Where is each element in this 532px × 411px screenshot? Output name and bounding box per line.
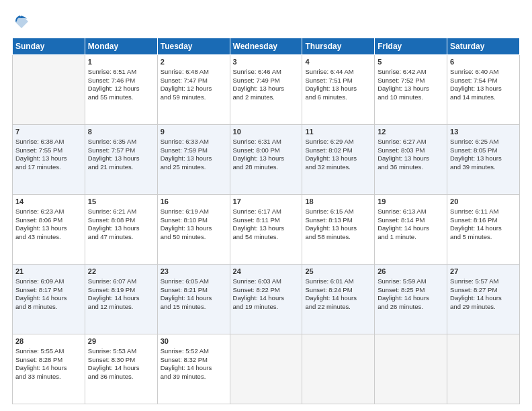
- day-number: 24: [233, 267, 300, 277]
- day-info-line: Sunset: 7:54 PM: [450, 77, 517, 85]
- day-number: 20: [450, 197, 517, 207]
- day-info-line: Sunset: 7:49 PM: [233, 77, 300, 85]
- calendar-header-sunday: Sunday: [13, 38, 85, 55]
- day-info-line: Sunrise: 6:21 AM: [88, 208, 154, 216]
- day-number: 1: [88, 57, 154, 67]
- day-info-line: Sunset: 8:28 PM: [15, 356, 82, 365]
- day-info-line: Daylight: 13 hours: [233, 85, 300, 93]
- day-info-line: and 29 minutes.: [450, 303, 517, 312]
- day-info-line: and 21 minutes.: [88, 163, 154, 172]
- calendar-cell: 20Sunrise: 6:11 AMSunset: 8:16 PMDayligh…: [447, 195, 520, 265]
- day-info-line: Daylight: 13 hours: [15, 154, 82, 163]
- day-info-line: Daylight: 12 hours: [161, 85, 227, 93]
- day-info-line: Sunset: 8:30 PM: [88, 356, 154, 365]
- day-info-line: Sunset: 8:03 PM: [378, 146, 444, 155]
- calendar-header-wednesday: Wednesday: [230, 38, 302, 55]
- day-info-line: Sunset: 7:51 PM: [305, 77, 371, 85]
- calendar-header-thursday: Thursday: [302, 38, 375, 55]
- day-number: 6: [450, 57, 517, 67]
- day-info-line: Sunrise: 6:27 AM: [378, 138, 444, 146]
- day-info-line: Daylight: 14 hours: [450, 224, 517, 233]
- calendar-cell: 26Sunrise: 5:59 AMSunset: 8:25 PMDayligh…: [375, 265, 447, 334]
- day-info-line: Sunset: 7:55 PM: [15, 146, 82, 155]
- day-info-line: Sunset: 8:32 PM: [161, 356, 227, 365]
- calendar-header-monday: Monday: [85, 38, 157, 55]
- day-info-line: and 22 minutes.: [305, 303, 371, 312]
- day-info-line: Daylight: 13 hours: [233, 154, 300, 163]
- day-info-line: Daylight: 13 hours: [305, 85, 371, 93]
- calendar-cell: [375, 334, 447, 404]
- day-info-line: Sunrise: 6:25 AM: [450, 138, 517, 146]
- day-info-line: and 54 minutes.: [233, 233, 300, 242]
- day-info-line: Daylight: 14 hours: [88, 294, 154, 303]
- calendar-cell: [230, 334, 302, 404]
- day-info-line: and 55 minutes.: [88, 93, 154, 102]
- day-info-line: Daylight: 13 hours: [450, 154, 517, 163]
- calendar-cell: 7Sunrise: 6:38 AMSunset: 7:55 PMDaylight…: [13, 125, 85, 195]
- day-info-line: Daylight: 14 hours: [450, 294, 517, 303]
- day-info-line: Sunset: 7:57 PM: [88, 146, 154, 155]
- day-info-line: Daylight: 13 hours: [161, 224, 227, 233]
- day-info-line: Sunrise: 5:59 AM: [378, 277, 444, 286]
- day-info-line: Sunrise: 6:48 AM: [161, 68, 227, 77]
- day-number: 5: [378, 57, 444, 67]
- calendar-cell: 5Sunrise: 6:42 AMSunset: 7:52 PMDaylight…: [375, 55, 447, 125]
- day-info-line: and 8 minutes.: [15, 303, 82, 312]
- day-info-line: Daylight: 14 hours: [233, 294, 300, 303]
- day-info-line: and 39 minutes.: [450, 163, 517, 172]
- day-number: 17: [233, 197, 300, 207]
- calendar-cell: 1Sunrise: 6:51 AMSunset: 7:46 PMDaylight…: [85, 55, 157, 125]
- day-info-line: Daylight: 14 hours: [88, 364, 154, 373]
- calendar-cell: 19Sunrise: 6:13 AMSunset: 8:14 PMDayligh…: [375, 195, 447, 265]
- day-info-line: and 14 minutes.: [450, 93, 517, 102]
- calendar-cell: 25Sunrise: 6:01 AMSunset: 8:24 PMDayligh…: [302, 265, 375, 334]
- calendar-cell: 30Sunrise: 5:52 AMSunset: 8:32 PMDayligh…: [157, 334, 230, 404]
- day-info-line: Sunset: 8:24 PM: [305, 286, 371, 295]
- calendar-cell: 18Sunrise: 6:15 AMSunset: 8:13 PMDayligh…: [302, 195, 375, 265]
- day-info-line: and 58 minutes.: [305, 233, 371, 242]
- day-info-line: Sunrise: 6:09 AM: [15, 277, 82, 286]
- day-info-line: Sunrise: 5:53 AM: [88, 347, 154, 356]
- day-info-line: Daylight: 13 hours: [450, 85, 517, 93]
- day-number: 28: [15, 336, 82, 347]
- day-info-line: Sunset: 8:06 PM: [15, 216, 82, 225]
- day-info-line: and 6 minutes.: [305, 93, 371, 102]
- calendar-cell: 3Sunrise: 6:46 AMSunset: 7:49 PMDaylight…: [230, 55, 302, 125]
- day-info-line: and 19 minutes.: [233, 303, 300, 312]
- calendar-cell: 4Sunrise: 6:44 AMSunset: 7:51 PMDaylight…: [302, 55, 375, 125]
- day-info-line: and 15 minutes.: [161, 303, 227, 312]
- calendar-cell: 28Sunrise: 5:55 AMSunset: 8:28 PMDayligh…: [13, 334, 85, 404]
- calendar-week-row: 28Sunrise: 5:55 AMSunset: 8:28 PMDayligh…: [13, 334, 520, 404]
- day-info-line: Sunset: 7:47 PM: [161, 77, 227, 85]
- day-number: 8: [88, 127, 154, 137]
- day-info-line: Sunset: 8:05 PM: [450, 146, 517, 155]
- day-number: 9: [161, 127, 227, 137]
- day-info-line: Daylight: 13 hours: [305, 154, 371, 163]
- calendar-week-row: 21Sunrise: 6:09 AMSunset: 8:17 PMDayligh…: [13, 265, 520, 334]
- day-info-line: Daylight: 14 hours: [305, 294, 371, 303]
- calendar-cell: [447, 334, 520, 404]
- calendar-header-friday: Friday: [375, 38, 447, 55]
- day-info-line: Sunrise: 6:40 AM: [450, 68, 517, 77]
- day-info-line: Sunset: 8:19 PM: [88, 286, 154, 295]
- calendar-header-row: SundayMondayTuesdayWednesdayThursdayFrid…: [13, 38, 520, 55]
- page: SundayMondayTuesdayWednesdayThursdayFrid…: [0, 0, 532, 411]
- day-info-line: Daylight: 14 hours: [161, 364, 227, 373]
- day-info-line: Sunset: 8:16 PM: [450, 216, 517, 225]
- calendar-cell: 11Sunrise: 6:29 AMSunset: 8:02 PMDayligh…: [302, 125, 375, 195]
- day-info-line: Sunrise: 6:29 AM: [305, 138, 371, 146]
- day-info-line: and 39 minutes.: [161, 373, 227, 381]
- calendar-cell: 27Sunrise: 5:57 AMSunset: 8:27 PMDayligh…: [447, 265, 520, 334]
- day-info-line: Sunset: 8:10 PM: [161, 216, 227, 225]
- calendar-cell: 15Sunrise: 6:21 AMSunset: 8:08 PMDayligh…: [85, 195, 157, 265]
- day-info-line: Sunset: 8:13 PM: [305, 216, 371, 225]
- logo: [12, 12, 34, 31]
- day-info-line: Daylight: 13 hours: [15, 224, 82, 233]
- day-info-line: Sunset: 8:11 PM: [233, 216, 300, 225]
- day-info-line: Sunset: 8:25 PM: [378, 286, 444, 295]
- calendar-cell: 13Sunrise: 6:25 AMSunset: 8:05 PMDayligh…: [447, 125, 520, 195]
- day-info-line: Sunset: 7:59 PM: [161, 146, 227, 155]
- calendar-cell: 6Sunrise: 6:40 AMSunset: 7:54 PMDaylight…: [447, 55, 520, 125]
- day-info-line: Sunset: 8:08 PM: [88, 216, 154, 225]
- day-info-line: and 1 minute.: [378, 233, 444, 242]
